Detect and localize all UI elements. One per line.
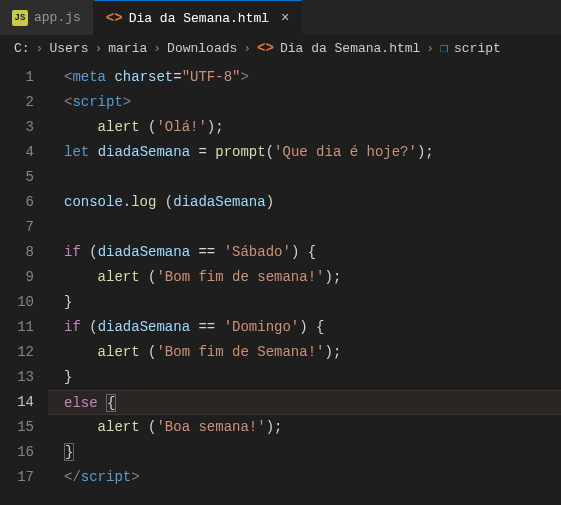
chevron-right-icon: ›: [243, 41, 251, 56]
chevron-right-icon: ›: [153, 41, 161, 56]
breadcrumb[interactable]: C:› Users› maria› Downloads› <> Dia da S…: [0, 35, 561, 61]
tab-label: Dia da Semana.html: [129, 11, 269, 26]
code-area[interactable]: <meta charset="UTF-8"> <script> alert ('…: [48, 65, 561, 490]
code-line: }: [48, 440, 561, 465]
code-line: [48, 215, 561, 240]
html-icon: <>: [106, 10, 123, 26]
tab-label: app.js: [34, 10, 81, 25]
code-line: if (diadaSemana == 'Sábado') {: [48, 240, 561, 265]
close-icon[interactable]: ×: [281, 10, 289, 26]
tab-appjs[interactable]: JS app.js: [0, 0, 94, 35]
code-line: <meta charset="UTF-8">: [48, 65, 561, 90]
code-line: [48, 165, 561, 190]
chevron-right-icon: ›: [94, 41, 102, 56]
code-line: </script>: [48, 465, 561, 490]
line-number-gutter: 1234 5678 9101112 13141516 17: [0, 65, 48, 490]
tab-bar: JS app.js <> Dia da Semana.html ×: [0, 0, 561, 35]
symbol-icon: ❒: [440, 40, 448, 56]
code-line: <script>: [48, 90, 561, 115]
code-editor[interactable]: 1234 5678 9101112 13141516 17 <meta char…: [0, 61, 561, 490]
code-line: }: [48, 365, 561, 390]
code-line: console.log (diadaSemana): [48, 190, 561, 215]
bc-symbol: script: [454, 41, 501, 56]
chevron-right-icon: ›: [426, 41, 434, 56]
code-line: if (diadaSemana == 'Domingo') {: [48, 315, 561, 340]
chevron-right-icon: ›: [36, 41, 44, 56]
code-line: alert ('Olá!');: [48, 115, 561, 140]
js-icon: JS: [12, 10, 28, 26]
code-line: alert ('Bom fim de Semana!');: [48, 340, 561, 365]
bc-part: Downloads: [167, 41, 237, 56]
html-icon: <>: [257, 40, 274, 56]
bc-part: Users: [49, 41, 88, 56]
bc-file: Dia da Semana.html: [280, 41, 420, 56]
code-line: alert ('Boa semana!');: [48, 415, 561, 440]
bc-part: C:: [14, 41, 30, 56]
code-line: }: [48, 290, 561, 315]
tab-dia-da-semana[interactable]: <> Dia da Semana.html ×: [94, 0, 303, 35]
code-line: let diadaSemana = prompt('Que dia é hoje…: [48, 140, 561, 165]
code-line: alert ('Bom fim de semana!');: [48, 265, 561, 290]
code-line-active: else {: [48, 390, 561, 415]
bc-part: maria: [108, 41, 147, 56]
